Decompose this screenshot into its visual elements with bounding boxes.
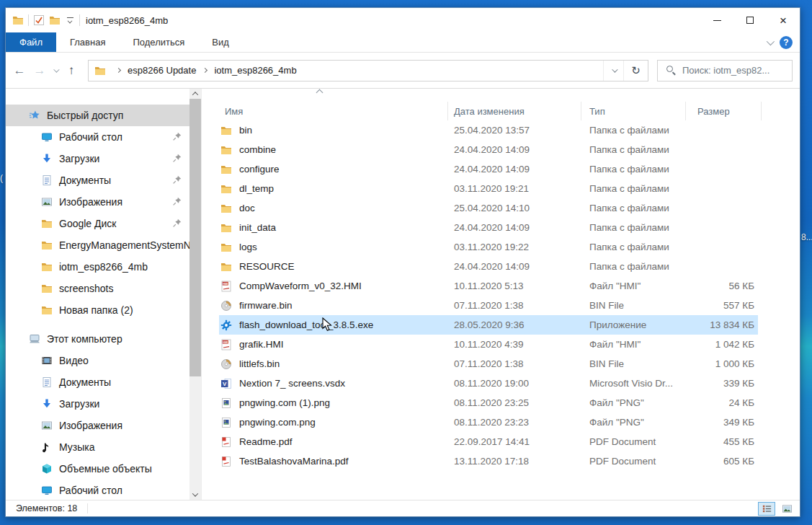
file-size: 339 КБ — [686, 378, 762, 389]
file-type: Файл "PNG" — [581, 417, 686, 428]
scroll-up-icon[interactable] — [189, 89, 201, 99]
file-date: 25.04.2020 13:57 — [448, 125, 581, 136]
file-date: 24.04.2020 14:09 — [448, 144, 581, 155]
sidebar-item[interactable]: Объемные объекты — [6, 458, 189, 480]
ribbon-tab-3[interactable]: Поделиться — [119, 32, 198, 52]
scrollbar-thumb[interactable] — [189, 99, 201, 376]
search-input[interactable]: Поиск: iotm_esp82... — [682, 65, 769, 76]
sidebar-item[interactable]: Рабочий стол — [6, 480, 189, 500]
refresh-icon[interactable]: ↻ — [623, 61, 648, 81]
ribbon-tab-2[interactable]: Главная — [56, 32, 119, 52]
computer-icon — [29, 333, 40, 345]
folder-file-icon — [220, 125, 232, 136]
thumbnails-view-button[interactable] — [778, 502, 795, 516]
sidebar-item[interactable]: Рабочий стол — [6, 126, 189, 148]
ribbon-tab-4[interactable]: Вид — [198, 32, 243, 52]
file-row[interactable]: configure24.04.2020 14:09Папка с файлами — [202, 159, 800, 179]
window-controls: × — [700, 8, 800, 32]
expand-ribbon-icon[interactable] — [767, 37, 775, 45]
file-row[interactable]: TestBalashovaMarina.pdf13.11.2020 17:18P… — [202, 451, 800, 471]
sidebar-item[interactable]: iotm_esp8266_4mb — [6, 256, 189, 278]
folder-icon[interactable] — [49, 14, 61, 26]
forward-button[interactable]: → — [30, 61, 49, 80]
maximize-button[interactable] — [733, 8, 767, 32]
help-icon[interactable]: ? — [780, 36, 793, 49]
documents-icon — [41, 376, 53, 388]
file-size: 349 КБ — [686, 417, 762, 428]
customize-quick-access-icon[interactable] — [65, 17, 75, 23]
sidebar-scrollbar[interactable] — [189, 89, 201, 500]
ribbon-tab-1[interactable]: Файл — [6, 32, 56, 52]
sidebar-item-label: Изображения — [59, 420, 122, 431]
file-row[interactable]: dl_temp03.11.2020 19:21Папка с файлами — [202, 179, 800, 198]
file-name: bin — [239, 125, 252, 136]
explorer-window: iotm_esp8266_4mb × ФайлГлавнаяПоделиться… — [5, 7, 800, 517]
file-row[interactable]: pngwing.com.png08.11.2020 23:23Файл "PNG… — [202, 412, 800, 432]
up-button[interactable]: ↑ — [62, 61, 81, 80]
file-row[interactable]: bin25.04.2020 13:57Папка с файлами — [202, 120, 800, 140]
file-name: pngwing.com (1).png — [239, 397, 330, 408]
sidebar-item-label: Новая папка (2) — [59, 304, 133, 316]
sidebar-item[interactable]: Загрузки — [6, 148, 189, 169]
checkmark-icon[interactable] — [33, 14, 45, 26]
breadcrumb-segment[interactable]: iotm_esp8266_4mb — [213, 63, 297, 77]
sidebar-item[interactable]: Изображения — [6, 415, 189, 436]
sidebar-item-label: Видео — [59, 355, 89, 366]
close-button[interactable]: × — [767, 8, 800, 32]
window-title: iotm_esp8266_4mb — [86, 15, 700, 26]
navigation-pane: Быстрый доступРабочий столЗагрузкиДокуме… — [6, 89, 189, 500]
svg-text:HMI: HMI — [223, 340, 228, 343]
sidebar-item-label: screenshots — [59, 283, 113, 294]
file-row[interactable]: HMICompWaveform_v0_32.HMI10.11.2020 5:13… — [202, 276, 800, 296]
search-box[interactable]: Поиск: iotm_esp82... — [657, 60, 793, 81]
file-row[interactable]: logs03.11.2020 19:22Папка с файлами — [202, 237, 800, 257]
file-row[interactable]: HMIgrafik.HMI10.11.2020 4:39Файл "HMI"1 … — [202, 335, 800, 354]
folder-file-icon — [220, 144, 232, 156]
file-row[interactable]: RESOURCE24.04.2020 14:09Папка с файлами — [202, 257, 800, 276]
quick-access-star-icon — [29, 110, 40, 121]
minimize-button[interactable] — [700, 8, 733, 32]
back-button[interactable]: ← — [10, 61, 29, 80]
recent-locations-icon[interactable] — [50, 61, 61, 80]
address-bar[interactable]: esp8266 Updateiotm_esp8266_4mb ↻ — [88, 60, 648, 81]
breadcrumb-segment[interactable]: esp8266 Update — [127, 63, 197, 77]
sidebar-item[interactable]: Google Диск — [6, 213, 189, 234]
desktop-icon-label-fragment: ( — [0, 173, 3, 183]
column-header-4[interactable]: Размер — [686, 102, 762, 120]
file-row[interactable]: flash_download_tool_3.8.5.exe28.05.2020 … — [202, 315, 800, 335]
file-row[interactable]: littlefs.bin07.11.2020 1:38BIN File1 000… — [202, 354, 800, 374]
details-view-button[interactable] — [758, 502, 775, 516]
sidebar-item[interactable]: screenshots — [6, 278, 189, 299]
sidebar-item-label: Музыка — [59, 441, 95, 453]
sidebar-item[interactable]: Загрузки — [6, 393, 189, 415]
svg-text:HMI: HMI — [223, 282, 228, 285]
file-row[interactable]: firmware.bin07.11.2020 1:38BIN File557 К… — [202, 296, 800, 315]
sidebar-item[interactable]: EnergyManagementSystemN — [6, 234, 189, 256]
maximize-icon — [746, 17, 754, 24]
sidebar-item[interactable]: Новая папка (2) — [6, 299, 189, 321]
sidebar-item-this-pc[interactable]: Этот компьютер — [6, 328, 189, 350]
sidebar-item[interactable]: Видео — [6, 350, 189, 371]
file-date: 03.11.2020 19:21 — [448, 183, 581, 194]
scroll-down-icon[interactable] — [189, 490, 201, 500]
file-row[interactable]: Readme.pdf22.09.2017 14:41PDF Document45… — [202, 432, 800, 451]
file-type: Папка с файлами — [581, 183, 686, 194]
address-dropdown-icon[interactable] — [603, 61, 623, 81]
column-header-3[interactable]: Тип — [581, 102, 686, 120]
pictures-icon — [41, 196, 53, 208]
visio-file-icon: V — [220, 378, 232, 389]
sidebar-item[interactable]: Документы — [6, 169, 189, 191]
sort-ascending-icon — [316, 89, 324, 97]
sidebar-item[interactable]: Изображения — [6, 191, 189, 213]
column-header-1[interactable]: Имя — [202, 102, 448, 120]
file-row[interactable]: init_data24.04.2020 14:09Папка с файлами — [202, 218, 800, 237]
sidebar-item-quick-access[interactable]: Быстрый доступ — [6, 105, 189, 126]
column-header-2[interactable]: Дата изменения — [448, 102, 581, 120]
file-row[interactable]: pngwing.com (1).png08.11.2020 23:25Файл … — [202, 393, 800, 412]
sidebar-item[interactable]: Документы — [6, 371, 189, 393]
file-row[interactable]: combine24.04.2020 14:09Папка с файлами — [202, 140, 800, 159]
file-row[interactable]: VNextion 7_ screens.vsdx08.11.2020 19:00… — [202, 374, 800, 393]
sidebar-item[interactable]: Музыка — [6, 436, 189, 458]
file-row[interactable]: doc25.04.2020 14:10Папка с файлами — [202, 198, 800, 218]
pdf-file-icon — [220, 456, 232, 467]
